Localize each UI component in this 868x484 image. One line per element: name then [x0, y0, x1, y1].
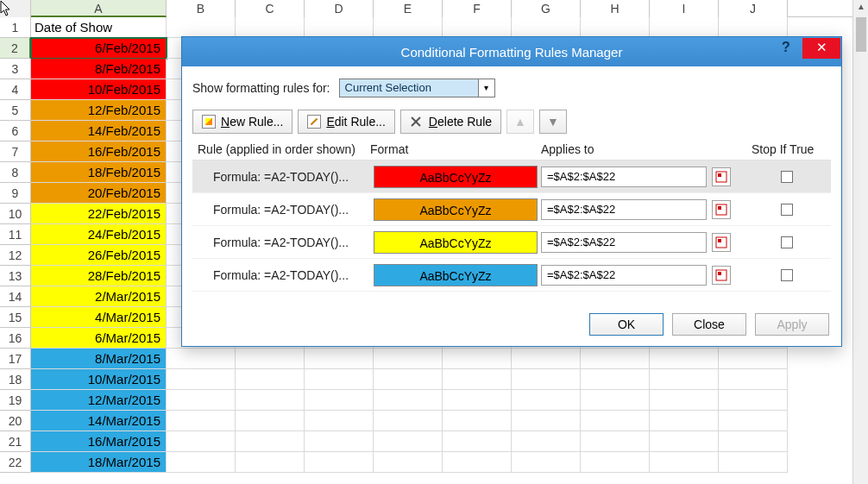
cell[interactable]: [443, 411, 512, 431]
column-header[interactable]: A: [31, 0, 167, 17]
cell[interactable]: 16/Mar/2015: [31, 431, 167, 452]
cell[interactable]: [305, 17, 374, 38]
range-selector-button[interactable]: [712, 266, 731, 285]
column-header[interactable]: D: [305, 0, 374, 17]
cell[interactable]: 22/Feb/2015: [31, 204, 167, 224]
cell[interactable]: 26/Feb/2015: [31, 245, 167, 266]
cell[interactable]: [581, 349, 650, 369]
cell[interactable]: [719, 369, 788, 390]
cell[interactable]: [512, 431, 581, 452]
cell[interactable]: [167, 17, 236, 38]
cell[interactable]: [443, 349, 512, 369]
cell[interactable]: [650, 411, 719, 431]
column-header[interactable]: I: [650, 0, 719, 17]
dialog-title-bar[interactable]: Conditional Formatting Rules Manager ? ✕: [182, 37, 841, 66]
cell[interactable]: [650, 17, 719, 38]
cell[interactable]: [374, 349, 443, 369]
cell[interactable]: [305, 390, 374, 411]
cell[interactable]: [305, 369, 374, 390]
stop-if-true-checkbox[interactable]: [781, 204, 793, 216]
cell[interactable]: 18/Mar/2015: [31, 452, 167, 473]
column-header[interactable]: H: [581, 0, 650, 17]
cell[interactable]: [374, 390, 443, 411]
row-header[interactable]: 7: [0, 141, 31, 162]
cell[interactable]: [374, 431, 443, 452]
row-header[interactable]: 3: [0, 59, 31, 79]
cell[interactable]: [719, 349, 788, 369]
cell[interactable]: 12/Mar/2015: [31, 390, 167, 411]
column-header[interactable]: G: [512, 0, 581, 17]
row-header[interactable]: 18: [0, 369, 31, 390]
cell[interactable]: [719, 411, 788, 431]
cell[interactable]: [581, 17, 650, 38]
row-header[interactable]: 22: [0, 452, 31, 473]
cell[interactable]: 6/Mar/2015: [31, 328, 167, 349]
column-header[interactable]: C: [236, 0, 305, 17]
cell[interactable]: [719, 452, 788, 473]
cell[interactable]: [581, 431, 650, 452]
row-header[interactable]: 19: [0, 390, 31, 411]
cell[interactable]: [374, 411, 443, 431]
cell[interactable]: 4/Mar/2015: [31, 307, 167, 328]
cell[interactable]: [167, 452, 236, 473]
range-selector-button[interactable]: [712, 233, 731, 252]
row-header[interactable]: 14: [0, 286, 31, 307]
cell[interactable]: [374, 369, 443, 390]
cell[interactable]: 24/Feb/2015: [31, 224, 167, 245]
cell[interactable]: [719, 390, 788, 411]
row-header[interactable]: 17: [0, 349, 31, 369]
show-rules-for-dropdown[interactable]: Current Selection ▾: [339, 79, 495, 97]
cell[interactable]: [443, 369, 512, 390]
cell[interactable]: [236, 390, 305, 411]
range-selector-button[interactable]: [712, 200, 731, 219]
cell[interactable]: Date of Show: [31, 17, 167, 38]
cell[interactable]: [305, 431, 374, 452]
cell[interactable]: 8/Mar/2015: [31, 349, 167, 369]
row-header[interactable]: 8: [0, 162, 31, 183]
cell[interactable]: 10/Feb/2015: [31, 79, 167, 100]
cell[interactable]: [305, 411, 374, 431]
column-header[interactable]: E: [374, 0, 443, 17]
move-rule-up-button[interactable]: ▲: [506, 110, 534, 134]
new-rule-button[interactable]: New Rule...: [192, 110, 292, 134]
ok-button[interactable]: OK: [589, 313, 664, 336]
applies-to-input[interactable]: =$A$2:$A$22: [541, 265, 707, 286]
cell[interactable]: [512, 369, 581, 390]
edit-rule-button[interactable]: Edit Rule...: [298, 110, 394, 134]
row-header[interactable]: 1: [0, 17, 31, 38]
cell[interactable]: [512, 17, 581, 38]
cell[interactable]: [236, 431, 305, 452]
cell[interactable]: [236, 17, 305, 38]
cell[interactable]: 2/Mar/2015: [31, 286, 167, 307]
cell[interactable]: [236, 411, 305, 431]
cell[interactable]: [650, 349, 719, 369]
rule-row[interactable]: Formula: =A2-TODAY()...AaBbCcYyZz=$A$2:$…: [192, 226, 831, 259]
vertical-scrollbar[interactable]: ▲: [852, 0, 868, 484]
cell[interactable]: [443, 431, 512, 452]
cell[interactable]: 12/Feb/2015: [31, 100, 167, 121]
apply-button[interactable]: Apply: [755, 313, 829, 336]
cell[interactable]: [167, 431, 236, 452]
cell[interactable]: [167, 390, 236, 411]
cell[interactable]: [167, 369, 236, 390]
column-header[interactable]: F: [443, 0, 512, 17]
cell[interactable]: [650, 390, 719, 411]
cell[interactable]: [305, 349, 374, 369]
cell[interactable]: [443, 390, 512, 411]
scroll-up-arrow-icon[interactable]: ▲: [853, 0, 868, 16]
cell[interactable]: [581, 411, 650, 431]
row-header[interactable]: 5: [0, 100, 31, 121]
row-header[interactable]: 20: [0, 411, 31, 431]
rule-row[interactable]: Formula: =A2-TODAY()...AaBbCcYyZz=$A$2:$…: [192, 259, 831, 292]
row-header[interactable]: 4: [0, 79, 31, 100]
cell[interactable]: [719, 17, 788, 38]
cell[interactable]: [374, 452, 443, 473]
cell[interactable]: 10/Mar/2015: [31, 369, 167, 390]
cell[interactable]: [719, 431, 788, 452]
scroll-thumb[interactable]: [856, 17, 866, 52]
close-dialog-button[interactable]: Close: [672, 313, 746, 336]
cell[interactable]: [167, 349, 236, 369]
cell[interactable]: [443, 452, 512, 473]
cell[interactable]: 16/Feb/2015: [31, 141, 167, 162]
rule-row[interactable]: Formula: =A2-TODAY()...AaBbCcYyZz=$A$2:$…: [192, 193, 831, 226]
